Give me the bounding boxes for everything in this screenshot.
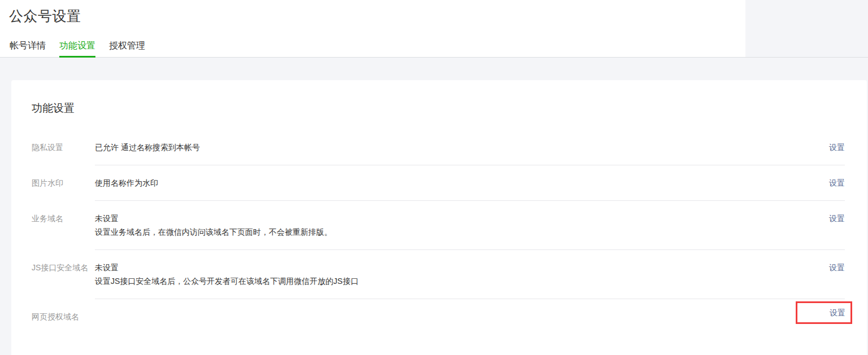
row-value: 未设置 [95,261,829,274]
settings-link-image-watermark[interactable]: 设置 [829,176,845,190]
row-value: 已允许 通过名称搜索到本帐号 [95,141,829,154]
function-settings-panel: 功能设置 隐私设置 已允许 通过名称搜索到本帐号 设置 图片水印 使用名称作为水… [11,80,867,355]
row-main: 未设置 设置业务域名后，在微信内访问该域名下页面时，不会被重新排版。 设置 [95,201,845,250]
settings-tab-bar: 帐号详情 功能设置 授权管理 [10,0,145,58]
row-main: 未设置 设置JS接口安全域名后，公众号开发者可在该域名下调用微信开放的JS接口 … [95,250,845,299]
row-main: 使用名称作为水印 设置 [95,165,845,201]
row-label: 隐私设置 [32,130,95,165]
tab-authorization-management[interactable]: 授权管理 [109,41,145,58]
tab-function-settings[interactable]: 功能设置 [59,41,95,58]
setting-row-privacy: 隐私设置 已允许 通过名称搜索到本帐号 设置 [32,130,845,165]
row-value: 未设置 [95,212,829,225]
settings-link-business-domain[interactable]: 设置 [829,212,845,225]
panel-heading: 功能设置 [32,102,845,115]
row-content: 未设置 设置JS接口安全域名后，公众号开发者可在该域名下调用微信开放的JS接口 [95,261,829,288]
setting-row-js-secure-domain: JS接口安全域名 未设置 设置JS接口安全域名后，公众号开发者可在该域名下调用微… [32,250,845,299]
row-value: 使用名称作为水印 [95,176,829,190]
red-annotation-box: 设置 [796,301,852,324]
row-main: 已允许 通过名称搜索到本帐号 设置 [95,130,845,165]
settings-link-js-secure-domain[interactable]: 设置 [829,261,845,274]
row-description: 设置JS接口安全域名后，公众号开发者可在该域名下调用微信开放的JS接口 [95,274,829,288]
row-main: 设置 [95,299,845,335]
row-label: JS接口安全域名 [32,250,95,299]
row-label: 图片水印 [32,165,95,201]
settings-link-oauth-domain[interactable]: 设置 [830,306,845,319]
settings-link-privacy[interactable]: 设置 [829,141,845,154]
row-content: 未设置 设置业务域名后，在微信内访问该域名下页面时，不会被重新排版。 [95,212,829,239]
setting-row-business-domain: 业务域名 未设置 设置业务域名后，在微信内访问该域名下页面时，不会被重新排版。 … [32,201,845,250]
row-label: 网页授权域名 [32,299,95,335]
tab-account-details[interactable]: 帐号详情 [10,41,46,58]
setting-row-image-watermark: 图片水印 使用名称作为水印 设置 [32,165,845,201]
row-description: 设置业务域名后，在微信内访问该域名下页面时，不会被重新排版。 [95,225,829,239]
settings-rows: 隐私设置 已允许 通过名称搜索到本帐号 设置 图片水印 使用名称作为水印 设置 … [32,130,845,335]
setting-row-oauth-domain: 网页授权域名 设置 [32,299,845,335]
row-label: 业务域名 [32,201,95,250]
